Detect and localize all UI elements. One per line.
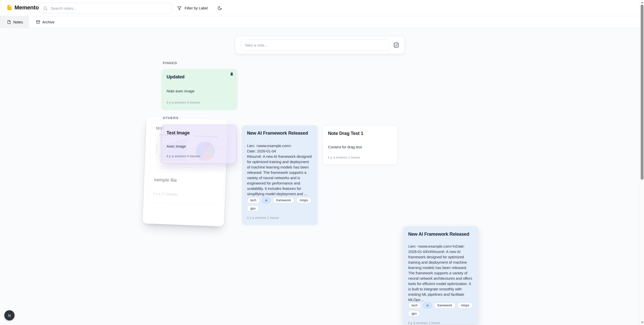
note-body: Content for drag test (328, 144, 392, 150)
dark-mode-toggle[interactable] (215, 4, 224, 13)
app-title: Memento (15, 4, 39, 11)
tag-framework[interactable]: framework (273, 197, 294, 203)
tag-gpu[interactable]: gpu (247, 205, 259, 211)
note-card-drag-test-1[interactable]: Note Drag Test 1 Content for drag test i… (323, 125, 398, 165)
search-icon (43, 6, 48, 10)
tab-archive[interactable]: Archive (29, 16, 61, 28)
tag-framework[interactable]: framework (434, 302, 455, 308)
note-title: New AI Framework Released (408, 231, 473, 237)
scrollbar-thumb[interactable] (641, 5, 643, 180)
tag-mlops[interactable]: mlops (458, 302, 473, 308)
svg-text:40: 40 (160, 146, 161, 148)
svg-text:30: 30 (159, 150, 161, 151)
scrollbar (640, 0, 644, 325)
svg-text:Chiffre d'affaires (M€): Chiffre d'affaires (M€) (156, 143, 158, 154)
note-card-updated[interactable]: Updated Note avec image il y a environ 4… (161, 69, 237, 110)
svg-text:50: 50 (160, 143, 161, 145)
note-timestamp: il y a environ 1 heure (247, 216, 313, 220)
notes-file-icon (7, 20, 11, 24)
pin-icon[interactable] (230, 72, 234, 76)
app-header: Memento Filter by Label (0, 0, 644, 16)
svg-text:20: 20 (159, 153, 161, 154)
memento-file-icon (7, 5, 12, 11)
tag-gpu[interactable]: gpu (408, 310, 420, 317)
take-a-note-card (235, 36, 405, 54)
archive-icon (36, 20, 40, 24)
tag-tech[interactable]: tech (408, 302, 421, 308)
drag-preview-card-test-image[interactable]: Test Image Avec image il y a environ 4 h… (161, 125, 237, 164)
section-label-others: OTHERS (163, 116, 179, 120)
svg-text:0: 0 (160, 159, 160, 161)
note-timestamp: il y a environ 1 heure (408, 321, 473, 325)
tab-archive-label: Archive (42, 20, 54, 24)
svg-text:10: 10 (159, 156, 161, 157)
tag-ai[interactable]: ai (262, 197, 271, 203)
note-body: Note avec image (167, 88, 232, 94)
section-label-pinned: PINNED (163, 61, 177, 65)
note-timestamp: il y a environ 1 heure (328, 155, 392, 160)
scrollbar-down-arrow[interactable] (641, 322, 643, 323)
note-timestamp: il y a environ 4 heures (167, 100, 232, 105)
funnel-icon (177, 6, 182, 10)
user-avatar[interactable]: N (4, 310, 15, 320)
tab-notes-label: Notes (13, 20, 23, 24)
take-a-note-input[interactable] (241, 39, 389, 51)
note-body: Lien: <www.example.com>\nDate: 2026-01-0… (408, 244, 473, 302)
tag-mlops[interactable]: mlops (296, 197, 311, 203)
tabbar: Notes Archive (0, 16, 644, 28)
drag-ghost-card-new-ai-framework[interactable]: New AI Framework Released Lien: <www.exa… (403, 226, 478, 324)
note-card-new-ai-framework[interactable]: New AI Framework Released Lien: <www.exa… (242, 125, 318, 225)
checklist-icon[interactable] (393, 42, 399, 48)
note-title: sample file (154, 177, 219, 185)
note-tags: techaiframeworkmlopsgpu (408, 302, 473, 317)
filter-by-label-button[interactable]: Filter by Label (175, 4, 210, 13)
filter-by-label-text: Filter by Label (185, 6, 208, 10)
note-body: Lien: <www.example.com> Date: 2026-01-04… (247, 143, 313, 196)
note-timestamp: il y a environ 4 heures (167, 154, 231, 158)
note-title: New AI Framework Released (247, 130, 313, 136)
note-title: Test Image (167, 130, 231, 136)
app-logo: Memento (7, 4, 39, 11)
scrollbar-up-arrow[interactable] (641, 2, 643, 3)
search-box[interactable] (39, 3, 172, 13)
moon-icon (217, 6, 222, 10)
note-timestamp: il y a 17 minutes (153, 191, 218, 198)
note-card-sample-file[interactable]: sample file il y a 17 minutes (147, 167, 225, 205)
note-tags: techaiframeworkmlopsgpu (247, 197, 313, 211)
note-body: Avec image (167, 144, 231, 149)
tag-tech[interactable]: tech (247, 197, 260, 203)
tag-ai[interactable]: ai (423, 302, 432, 308)
note-title: Updated (167, 74, 232, 80)
search-input[interactable] (50, 6, 168, 11)
tab-notes[interactable]: Notes (0, 16, 29, 28)
avatar-initial: N (8, 313, 11, 318)
note-title: Note Drag Test 1 (328, 131, 392, 136)
